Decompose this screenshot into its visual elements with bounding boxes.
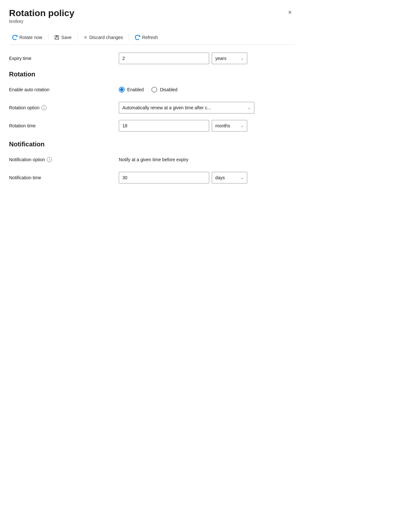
panel-subtitle: testkey <box>9 19 74 24</box>
refresh-label: Refresh <box>142 35 158 40</box>
notification-option-label: Notification option <box>9 157 45 162</box>
auto-rotation-row: Enable auto rotation Enabled Disabled <box>9 84 294 95</box>
auto-rotation-radio-group: Enabled Disabled <box>119 87 178 93</box>
refresh-icon <box>135 35 140 40</box>
rotation-option-info-icon[interactable]: i <box>41 105 46 110</box>
expiry-time-label: Expiry time <box>9 56 119 61</box>
rotation-time-controls: months ⌄ <box>119 120 294 132</box>
panel-title: Rotation policy <box>9 8 74 19</box>
notification-heading: Notification <box>9 141 294 148</box>
rotation-option-row: Rotation option i Automatically renew at… <box>9 102 294 113</box>
disabled-label: Disabled <box>160 87 177 92</box>
enabled-option[interactable]: Enabled <box>119 87 144 93</box>
expiry-unit-select[interactable]: years ⌄ <box>212 53 247 64</box>
rotate-icon <box>12 35 17 40</box>
rotation-time-unit-select[interactable]: months ⌄ <box>212 120 247 132</box>
notification-option-controls: Notify at a given time before expiry <box>119 157 294 162</box>
notification-time-unit-select[interactable]: days ⌄ <box>212 172 247 183</box>
toolbar-divider-3 <box>129 34 129 41</box>
title-group: Rotation policy testkey <box>9 8 74 29</box>
rotation-time-unit-chevron: ⌄ <box>240 123 244 128</box>
notification-option-label-group: Notification option i <box>9 157 119 162</box>
save-icon <box>54 35 59 40</box>
rotation-time-row: Rotation time months ⌄ <box>9 120 294 132</box>
discard-icon: ✕ <box>84 35 87 40</box>
discard-label: Discard changes <box>89 35 123 40</box>
toolbar-divider-2 <box>77 34 78 41</box>
disabled-option[interactable]: Disabled <box>151 87 177 93</box>
rotation-time-unit-value: months <box>215 123 230 128</box>
rotation-option-label-group: Rotation option i <box>9 105 119 110</box>
rotation-section: Rotation Enable auto rotation Enabled Di… <box>9 71 294 132</box>
notification-section: Notification Notification option i Notif… <box>9 141 294 183</box>
toolbar: Rotate now Save ✕ Discard changes Refres… <box>9 30 294 45</box>
rotation-option-chevron: ⌄ <box>248 105 251 110</box>
expiry-unit-chevron: ⌄ <box>240 56 244 61</box>
notification-time-row: Notification time days ⌄ <box>9 172 294 183</box>
rotation-time-input[interactable] <box>119 120 209 132</box>
svg-rect-1 <box>56 35 58 37</box>
disabled-radio[interactable] <box>151 87 157 93</box>
notification-option-value: Notify at a given time before expiry <box>119 157 189 162</box>
rotation-option-value: Automatically renew at a given time afte… <box>122 105 211 110</box>
enabled-label: Enabled <box>127 87 144 92</box>
close-button[interactable]: × <box>285 8 294 17</box>
discard-button[interactable]: ✕ Discard changes <box>80 33 126 42</box>
notification-time-controls: days ⌄ <box>119 172 294 183</box>
notification-time-input[interactable] <box>119 172 209 183</box>
notification-time-unit-value: days <box>215 175 225 180</box>
rotation-option-select[interactable]: Automatically renew at a given time afte… <box>119 102 254 113</box>
rotation-heading: Rotation <box>9 71 294 78</box>
notification-time-label: Notification time <box>9 175 119 180</box>
rotate-now-label: Rotate now <box>19 35 42 40</box>
rotation-option-controls: Automatically renew at a given time afte… <box>119 102 294 113</box>
expiry-time-row: Expiry time years ⌄ <box>9 53 294 64</box>
notification-time-unit-chevron: ⌄ <box>240 175 244 180</box>
expiry-time-input[interactable] <box>119 53 209 64</box>
toolbar-divider-1 <box>48 34 48 41</box>
notification-option-info-icon[interactable]: i <box>47 157 52 162</box>
save-label: Save <box>61 35 72 40</box>
panel-header: Rotation policy testkey × <box>9 8 294 29</box>
rotate-now-button[interactable]: Rotate now <box>9 33 46 42</box>
enabled-radio[interactable] <box>119 87 125 93</box>
save-button[interactable]: Save <box>51 33 75 42</box>
rotation-time-label: Rotation time <box>9 123 119 128</box>
rotation-policy-panel: Rotation policy testkey × Rotate now Sav… <box>0 0 303 200</box>
expiry-control-group: years ⌄ <box>119 53 294 64</box>
notification-option-row: Notification option i Notify at a given … <box>9 154 294 165</box>
expiry-unit-value: years <box>215 56 226 61</box>
refresh-button[interactable]: Refresh <box>132 33 161 42</box>
rotation-option-label: Rotation option <box>9 105 39 110</box>
auto-rotation-controls: Enabled Disabled <box>119 87 294 93</box>
auto-rotation-label: Enable auto rotation <box>9 87 119 92</box>
